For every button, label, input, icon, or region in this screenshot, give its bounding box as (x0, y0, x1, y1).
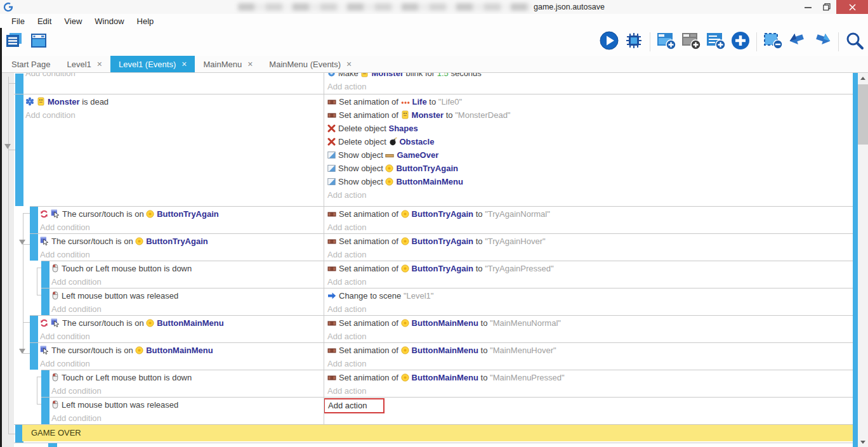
condition-line[interactable]: Monster is dead (25, 95, 324, 108)
add-condition-button[interactable]: Add condition (40, 248, 324, 261)
menu-help[interactable]: Help (131, 16, 161, 26)
redo-button[interactable] (812, 31, 833, 53)
play-button[interactable] (598, 31, 620, 53)
action-line[interactable]: Set animation of ButtonMainMenu to "Main… (327, 371, 853, 384)
add-scene-button[interactable] (655, 31, 677, 53)
tab-close-icon[interactable]: × (247, 60, 253, 68)
actions-cell[interactable]: Set animation of ButtonMainMenu to "Main… (324, 370, 853, 397)
add-external-events-button[interactable] (705, 31, 727, 53)
actions-cell[interactable]: Add action (324, 397, 853, 424)
menu-window[interactable]: Window (88, 16, 130, 26)
action-line[interactable]: Change to scene "Level1" (327, 289, 853, 302)
add-action-button[interactable]: Add action (327, 221, 853, 233)
event-bar[interactable] (48, 443, 57, 447)
action-line[interactable]: Set animation of ButtonTryAgain to "TryA… (327, 262, 853, 275)
event-bar[interactable] (41, 288, 49, 315)
condition-line[interactable]: The cursor/touch is on ButtonMainMenu (40, 316, 324, 330)
add-object-button[interactable] (730, 31, 751, 53)
add-action-button[interactable]: Add action (327, 302, 853, 315)
event-bar[interactable] (30, 234, 38, 261)
add-condition-button[interactable]: Add condition (51, 384, 324, 397)
add-action-button[interactable]: Add action (327, 357, 853, 370)
actions-cell[interactable]: Set animation of ButtonMainMenu to "Main… (324, 342, 853, 370)
add-action-button[interactable]: Add action (327, 384, 853, 397)
event-bar[interactable] (41, 370, 49, 397)
tab-close-icon[interactable]: × (346, 60, 352, 68)
conditions-cell[interactable]: Touch or Left mouse button is downAdd co… (51, 261, 324, 288)
event-bar[interactable] (15, 94, 23, 206)
conditions-cell[interactable]: The cursor/touch is on ButtonMainMenuAdd… (40, 342, 324, 370)
tab-level1[interactable]: Level1× (58, 56, 110, 72)
condition-line[interactable]: The cursor/touch is on ButtonTryAgain (40, 207, 324, 221)
menu-view[interactable]: View (58, 16, 88, 26)
conditions-cell[interactable]: Left mouse button was releasedAdd condit… (51, 288, 324, 315)
action-line[interactable]: Set animation of ButtonTryAgain to "TryA… (327, 235, 853, 248)
tab-close-icon[interactable]: × (181, 60, 187, 68)
event-bar[interactable] (15, 74, 23, 94)
add-condition-button[interactable]: Add condition (51, 411, 324, 424)
action-line[interactable]: Show object ButtonMainMenu (327, 175, 853, 188)
restore-button[interactable] (817, 0, 836, 14)
event-bar[interactable] (30, 207, 38, 233)
condition-line[interactable]: Touch or Left mouse button is down (51, 371, 324, 384)
action-line[interactable]: Set animation of Monster to "MonsterDead… (327, 108, 853, 122)
add-action-button[interactable]: Add action (327, 248, 853, 261)
add-action-button[interactable]: Add action (327, 398, 853, 411)
condition-line[interactable]: The cursor/touch is on ButtonTryAgain (40, 235, 324, 248)
add-condition-button[interactable]: Add condition (25, 108, 324, 122)
conditions-cell[interactable]: Left mouse button was releasedAdd condit… (51, 397, 324, 424)
conditions-cell[interactable]: Monster is deadAdd condition (25, 94, 324, 206)
actions-cell[interactable]: Make Monster blink for 1.5 secondsAdd ac… (324, 73, 853, 94)
conditions-cell[interactable]: The cursor/touch is on ButtonTryAgainAdd… (40, 206, 324, 233)
actions-cell[interactable]: Set animation of ButtonTryAgain to "TryA… (324, 206, 853, 233)
event-bar[interactable] (30, 316, 38, 342)
conditions-cell[interactable]: The cursor/touch is on ButtonMainMenuAdd… (40, 315, 324, 342)
add-action-highlight[interactable]: Add action (324, 398, 385, 413)
scroll-down-arrow[interactable] (858, 437, 868, 447)
action-line[interactable]: Set animation of Life to "Life0" (327, 95, 853, 108)
action-line[interactable]: Set animation of ButtonTryAgain to "TryA… (327, 207, 853, 221)
tab-start-page[interactable]: Start Page (3, 56, 58, 72)
search-button[interactable] (844, 31, 865, 53)
add-action-button[interactable]: Add action (327, 275, 853, 288)
add-action-button[interactable]: Add action (327, 330, 853, 342)
tab-mainmenu[interactable]: MainMenu× (195, 56, 261, 72)
actions-cell[interactable]: Set animation of Life to "Life0"Set anim… (324, 94, 853, 206)
minimize-button[interactable] (798, 0, 817, 14)
actions-cell[interactable]: Set animation of ButtonMainMenu to "Main… (324, 315, 853, 342)
action-line[interactable]: Set animation of ButtonMainMenu to "Main… (327, 316, 853, 330)
condition-line[interactable]: Left mouse button was released (51, 289, 324, 302)
undo-button[interactable] (787, 31, 808, 53)
tab-mainmenu-events[interactable]: MainMenu (Events)× (261, 56, 360, 72)
debug-button[interactable] (623, 31, 645, 53)
add-action-button[interactable]: Add action (327, 188, 853, 202)
action-line[interactable]: Show object ButtonTryAgain (327, 162, 853, 175)
add-condition-button[interactable]: Add condition (40, 357, 324, 370)
action-line[interactable]: Set animation of ButtonMainMenu to "Main… (327, 344, 853, 357)
tab-close-icon[interactable]: × (97, 60, 102, 68)
add-condition-button[interactable]: Add condition (51, 302, 324, 315)
event-bar[interactable] (30, 343, 38, 370)
add-condition-button[interactable]: Add condition (51, 275, 324, 288)
event-bar[interactable] (41, 261, 49, 288)
add-external-layout-button[interactable] (680, 31, 702, 53)
vertical-scrollbar[interactable] (858, 73, 868, 447)
add-action-button[interactable]: Add action (327, 80, 853, 93)
condition-line[interactable]: Left mouse button was released (51, 398, 324, 411)
add-condition-button[interactable]: Add condition (40, 221, 324, 233)
action-line[interactable]: Delete object Shapes (327, 122, 853, 135)
add-condition-button[interactable]: Add condition (40, 330, 324, 342)
action-line[interactable]: Show object GameOver (327, 148, 853, 162)
conditions-cell[interactable]: The cursor/touch is on ButtonTryAgainAdd… (40, 233, 324, 261)
tab-level1-events[interactable]: Level1 (Events)× (110, 56, 195, 72)
project-manager-button[interactable] (3, 31, 25, 53)
actions-cell[interactable]: Change to scene "Level1"Add action (324, 288, 853, 315)
scene-editor-button[interactable] (28, 31, 49, 53)
conditions-cell[interactable]: Touch or Left mouse button is downAdd co… (51, 370, 324, 397)
add-condition-button[interactable]: Add condition (25, 73, 324, 80)
menu-edit[interactable]: Edit (31, 16, 58, 26)
condition-line[interactable]: The cursor/touch is on ButtonMainMenu (40, 344, 324, 357)
scroll-up-arrow[interactable] (858, 74, 868, 84)
actions-cell[interactable]: Set animation of ButtonTryAgain to "TryA… (324, 233, 853, 261)
conditions-cell[interactable]: Add condition (25, 73, 324, 94)
